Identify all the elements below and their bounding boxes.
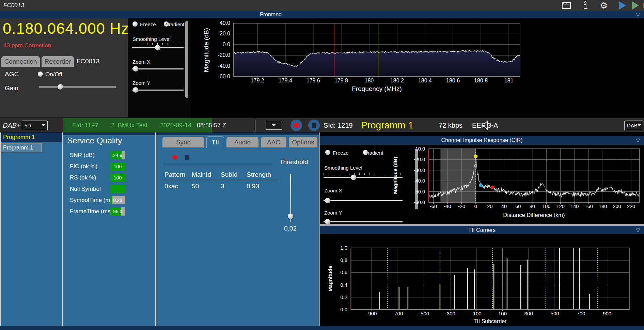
bitrate: 72 kbps [439,118,462,132]
play-blue-icon[interactable] [619,1,626,10]
smoothing-slider[interactable] [132,45,184,50]
svg-text:-60.0: -60.0 [218,74,231,79]
collapse-frontend-icon[interactable]: ▽ [636,11,640,18]
collapse-cir-icon[interactable]: ▽ [636,136,640,145]
cir-smoothing-label: Smoothing Level [324,165,362,171]
cir-zoom-x-label: Zoom X [324,188,342,193]
sq-row: RS (ok %)100 [63,173,155,182]
channel-select[interactable]: 5D [22,121,48,130]
record-button[interactable] [290,120,302,131]
svg-text:60: 60 [515,204,521,209]
svg-text:-40: -40 [444,204,451,209]
svg-text:-50.0: -50.0 [414,189,425,194]
svg-text:Magnitude: Magnitude [327,266,333,292]
svg-text:0.8: 0.8 [340,257,347,263]
cir-zoom-y-slider[interactable] [324,219,403,224]
sq-row-label: Null Symbol [70,185,101,193]
svg-text:-300: -300 [445,311,455,316]
svg-text:Distance Difference (km): Distance Difference (km) [503,212,565,218]
sq-row-value: 100 [110,174,125,182]
gain-label: Gain [5,84,18,92]
svg-text:20: 20 [487,204,492,209]
tab-audio[interactable]: Audio [226,137,258,147]
frontend-panel-title: Frontend [260,11,282,18]
sq-row: FIC (ok %)100 [63,162,155,171]
legend-main-dot-icon [172,155,177,160]
stop-button[interactable] [308,120,320,131]
svg-text:-20: -20 [458,204,465,209]
tii-col-header: Strength [247,171,271,178]
ensemble-date: 2020-09-14 [160,118,191,132]
cir-zoom-x-slider[interactable] [324,198,403,203]
window-icon[interactable] [562,1,571,10]
sq-row-bar: 24.9 [110,151,125,159]
zoom-x-label: Zoom X [132,59,151,65]
sq-row-label: FIC (ok %) [70,162,97,171]
band-select[interactable]: DAB [624,121,643,130]
svg-text:-10.0: -10.0 [414,146,425,152]
cir-smoothing-slider[interactable] [324,175,403,180]
svg-text:179.2: 179.2 [251,78,264,83]
svg-text:179.8: 179.8 [334,78,348,83]
tab-options[interactable]: Options [289,137,317,147]
controls-scrollbar[interactable] [185,21,188,98]
tab-aac[interactable]: AAC [261,137,286,147]
sq-row-value: 96.0 [110,207,125,216]
zoom-x-slider[interactable] [132,66,184,72]
program-list-item[interactable]: Programm 1 [1,143,42,152]
svg-text:0.0: 0.0 [223,42,230,47]
zoom-y-slider[interactable] [132,87,184,93]
svg-text:120: 120 [556,204,565,209]
collapse-tii-icon[interactable]: ▽ [636,226,640,234]
cir-gradient-label: Gradient [364,150,383,156]
tab-recorder[interactable]: Recorder [42,56,74,67]
cir-panel-header: Channel Impulse Response (CIR) ▽ [320,136,644,145]
sq-row-label: FrameTime (ms) [70,207,112,216]
freeze-radio[interactable] [132,21,138,27]
bottom-border-strip [0,326,644,330]
play-green-icon[interactable] [632,1,639,10]
svg-text:100: 100 [542,204,550,209]
tii-cell: 3 [221,183,224,190]
svg-text:180.2: 180.2 [390,78,404,83]
svg-text:-700: -700 [393,311,403,316]
tab-tii[interactable]: TII [206,136,224,148]
svg-text:-20.0: -20.0 [218,52,231,58]
svg-text:220: 220 [627,204,635,209]
chevron-down-icon [272,124,276,126]
tab-fc0013[interactable]: FC0013 [76,56,100,67]
svg-text:40: 40 [501,204,507,209]
agc-toggle-radio[interactable] [38,72,43,77]
titlebar: FC0013 ⚙ [0,0,644,11]
speaker-icon[interactable] [481,121,491,131]
svg-text:-900: -900 [366,311,377,316]
svg-text:0.2: 0.2 [340,294,347,300]
table-header-underline [162,180,279,180]
svg-text:-500: -500 [419,311,429,316]
threshold-slider-knob[interactable] [288,214,293,219]
svg-text:100: 100 [498,311,507,316]
statusbar-separator [255,120,255,131]
cir-freeze-radio[interactable] [325,150,330,155]
sq-row: SymbolTime (ms)0.28 [63,196,155,205]
program-list-header: Programm 1 [1,132,62,142]
service-name: Programm 1 [361,118,413,132]
cir-zoom-y-label: Zoom Y [324,210,342,216]
svg-text:20.0: 20.0 [220,31,230,36]
gain-slider[interactable] [39,84,116,90]
expand-menu-button[interactable] [266,121,282,130]
tab-connection[interactable]: Connection [1,56,40,67]
channel-value: 5D [25,123,31,128]
legend-sub-square-icon [185,155,189,160]
tab-sync[interactable]: Sync [162,137,204,147]
svg-text:181: 181 [504,78,514,83]
info-icon[interactable] [581,1,590,10]
svg-text:500: 500 [551,311,559,316]
svg-text:180: 180 [599,204,607,209]
agc-label: AGC [5,70,19,78]
settings-gear-icon[interactable]: ⚙ [599,1,608,10]
sq-row-value: 24.9 [110,151,125,159]
threshold-label: Threshold [279,158,308,166]
threshold-value: 0.02 [284,225,297,232]
svg-text:0.0: 0.0 [340,307,347,312]
